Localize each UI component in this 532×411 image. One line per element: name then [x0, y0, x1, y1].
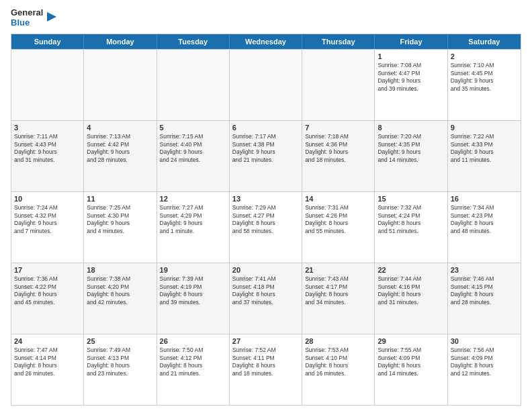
- calendar-week: 17Sunrise: 7:36 AM Sunset: 4:22 PM Dayli…: [11, 263, 521, 334]
- day-number: 14: [305, 194, 371, 203]
- day-info: Sunrise: 7:27 AM Sunset: 4:29 PM Dayligh…: [160, 204, 226, 235]
- day-info: Sunrise: 7:11 AM Sunset: 4:43 PM Dayligh…: [14, 133, 81, 164]
- calendar-week: 10Sunrise: 7:24 AM Sunset: 4:32 PM Dayli…: [11, 191, 521, 263]
- day-info: Sunrise: 7:24 AM Sunset: 4:32 PM Dayligh…: [14, 204, 81, 235]
- calendar-cell: 4Sunrise: 7:13 AM Sunset: 4:42 PM Daylig…: [84, 121, 157, 191]
- calendar-header: SundayMondayTuesdayWednesdayThursdayFrid…: [11, 34, 521, 49]
- day-number: 16: [451, 194, 518, 203]
- day-info: Sunrise: 7:36 AM Sunset: 4:22 PM Dayligh…: [14, 275, 81, 306]
- calendar-cell: 18Sunrise: 7:38 AM Sunset: 4:20 PM Dayli…: [84, 263, 157, 334]
- calendar-cell: 1Sunrise: 7:08 AM Sunset: 4:47 PM Daylig…: [375, 50, 447, 120]
- day-info: Sunrise: 7:10 AM Sunset: 4:45 PM Dayligh…: [451, 62, 518, 93]
- day-number: 17: [14, 265, 81, 275]
- page: General Blue SundayMondayTuesdayWednesda…: [0, 0, 532, 411]
- day-number: 30: [451, 336, 518, 346]
- calendar-cell: [11, 50, 84, 120]
- svg-marker-0: [47, 12, 56, 21]
- day-number: 1: [378, 52, 444, 61]
- calendar-cell: 22Sunrise: 7:44 AM Sunset: 4:16 PM Dayli…: [375, 263, 447, 334]
- day-number: 22: [378, 265, 444, 275]
- day-info: Sunrise: 7:39 AM Sunset: 4:19 PM Dayligh…: [160, 275, 226, 306]
- day-number: 29: [378, 336, 444, 346]
- logo: General Blue: [11, 8, 59, 28]
- calendar-cell: 19Sunrise: 7:39 AM Sunset: 4:19 PM Dayli…: [157, 263, 230, 334]
- calendar-week: 1Sunrise: 7:08 AM Sunset: 4:47 PM Daylig…: [11, 49, 521, 120]
- day-info: Sunrise: 7:25 AM Sunset: 4:30 PM Dayligh…: [87, 204, 153, 235]
- day-number: 2: [451, 52, 518, 61]
- calendar-cell: 6Sunrise: 7:17 AM Sunset: 4:38 PM Daylig…: [230, 121, 302, 191]
- calendar-cell: 17Sunrise: 7:36 AM Sunset: 4:22 PM Dayli…: [11, 263, 84, 334]
- calendar: SundayMondayTuesdayWednesdayThursdayFrid…: [11, 34, 521, 406]
- day-number: 8: [378, 123, 444, 132]
- day-number: 6: [232, 123, 299, 132]
- calendar-cell: 5Sunrise: 7:15 AM Sunset: 4:40 PM Daylig…: [157, 121, 230, 191]
- day-number: 21: [305, 265, 371, 275]
- day-number: 26: [160, 336, 226, 346]
- day-info: Sunrise: 7:08 AM Sunset: 4:47 PM Dayligh…: [378, 62, 444, 93]
- day-info: Sunrise: 7:41 AM Sunset: 4:18 PM Dayligh…: [232, 275, 299, 306]
- day-info: Sunrise: 7:46 AM Sunset: 4:15 PM Dayligh…: [451, 275, 518, 306]
- calendar-header-cell: Thursday: [302, 34, 375, 49]
- calendar-cell: [230, 50, 302, 120]
- calendar-body: 1Sunrise: 7:08 AM Sunset: 4:47 PM Daylig…: [11, 49, 521, 405]
- day-number: 11: [87, 194, 153, 203]
- day-number: 23: [451, 265, 518, 275]
- day-number: 27: [232, 336, 299, 346]
- day-number: 3: [14, 123, 81, 132]
- calendar-cell: [157, 50, 230, 120]
- day-info: Sunrise: 7:17 AM Sunset: 4:38 PM Dayligh…: [232, 133, 299, 164]
- day-info: Sunrise: 7:32 AM Sunset: 4:24 PM Dayligh…: [378, 204, 444, 235]
- header: General Blue: [11, 8, 521, 28]
- calendar-header-cell: Monday: [84, 34, 157, 49]
- calendar-cell: 20Sunrise: 7:41 AM Sunset: 4:18 PM Dayli…: [230, 263, 302, 334]
- calendar-cell: 29Sunrise: 7:55 AM Sunset: 4:09 PM Dayli…: [375, 334, 447, 405]
- calendar-header-cell: Sunday: [11, 34, 84, 49]
- calendar-cell: 13Sunrise: 7:29 AM Sunset: 4:27 PM Dayli…: [230, 192, 302, 263]
- calendar-cell: 15Sunrise: 7:32 AM Sunset: 4:24 PM Dayli…: [375, 192, 447, 263]
- day-info: Sunrise: 7:29 AM Sunset: 4:27 PM Dayligh…: [232, 204, 299, 235]
- day-number: 13: [232, 194, 299, 203]
- day-info: Sunrise: 7:50 AM Sunset: 4:12 PM Dayligh…: [160, 347, 226, 377]
- calendar-cell: 26Sunrise: 7:50 AM Sunset: 4:12 PM Dayli…: [157, 334, 230, 405]
- calendar-cell: [84, 50, 157, 120]
- calendar-week: 24Sunrise: 7:47 AM Sunset: 4:14 PM Dayli…: [11, 334, 521, 405]
- day-info: Sunrise: 7:47 AM Sunset: 4:14 PM Dayligh…: [14, 347, 81, 377]
- day-number: 15: [378, 194, 444, 203]
- calendar-cell: 3Sunrise: 7:11 AM Sunset: 4:43 PM Daylig…: [11, 121, 84, 191]
- day-number: 24: [14, 336, 81, 346]
- calendar-cell: 14Sunrise: 7:31 AM Sunset: 4:26 PM Dayli…: [302, 192, 375, 263]
- calendar-cell: 11Sunrise: 7:25 AM Sunset: 4:30 PM Dayli…: [84, 192, 157, 263]
- calendar-cell: 21Sunrise: 7:43 AM Sunset: 4:17 PM Dayli…: [302, 263, 375, 334]
- day-info: Sunrise: 7:22 AM Sunset: 4:33 PM Dayligh…: [451, 133, 518, 164]
- day-info: Sunrise: 7:49 AM Sunset: 4:13 PM Dayligh…: [87, 347, 153, 377]
- calendar-cell: 16Sunrise: 7:34 AM Sunset: 4:23 PM Dayli…: [448, 192, 521, 263]
- calendar-cell: 25Sunrise: 7:49 AM Sunset: 4:13 PM Dayli…: [84, 334, 157, 405]
- calendar-header-cell: Friday: [375, 34, 447, 49]
- calendar-cell: 23Sunrise: 7:46 AM Sunset: 4:15 PM Dayli…: [448, 263, 521, 334]
- day-info: Sunrise: 7:56 AM Sunset: 4:09 PM Dayligh…: [451, 347, 518, 377]
- day-info: Sunrise: 7:31 AM Sunset: 4:26 PM Dayligh…: [305, 204, 371, 235]
- calendar-week: 3Sunrise: 7:11 AM Sunset: 4:43 PM Daylig…: [11, 120, 521, 191]
- day-number: 9: [451, 123, 518, 132]
- calendar-header-cell: Saturday: [448, 34, 521, 49]
- day-info: Sunrise: 7:18 AM Sunset: 4:36 PM Dayligh…: [305, 133, 371, 164]
- day-info: Sunrise: 7:52 AM Sunset: 4:11 PM Dayligh…: [232, 347, 299, 377]
- calendar-cell: 12Sunrise: 7:27 AM Sunset: 4:29 PM Dayli…: [157, 192, 230, 263]
- logo-arrow-icon: [44, 9, 59, 24]
- day-number: 10: [14, 194, 81, 203]
- calendar-cell: 7Sunrise: 7:18 AM Sunset: 4:36 PM Daylig…: [302, 121, 375, 191]
- day-info: Sunrise: 7:20 AM Sunset: 4:35 PM Dayligh…: [378, 133, 444, 164]
- calendar-cell: 8Sunrise: 7:20 AM Sunset: 4:35 PM Daylig…: [375, 121, 447, 191]
- day-info: Sunrise: 7:43 AM Sunset: 4:17 PM Dayligh…: [305, 275, 371, 306]
- day-info: Sunrise: 7:13 AM Sunset: 4:42 PM Dayligh…: [87, 133, 153, 164]
- calendar-cell: 9Sunrise: 7:22 AM Sunset: 4:33 PM Daylig…: [448, 121, 521, 191]
- day-number: 19: [160, 265, 226, 275]
- day-info: Sunrise: 7:44 AM Sunset: 4:16 PM Dayligh…: [378, 275, 444, 306]
- day-info: Sunrise: 7:55 AM Sunset: 4:09 PM Dayligh…: [378, 347, 444, 377]
- day-info: Sunrise: 7:53 AM Sunset: 4:10 PM Dayligh…: [305, 347, 371, 377]
- day-number: 28: [305, 336, 371, 346]
- day-info: Sunrise: 7:38 AM Sunset: 4:20 PM Dayligh…: [87, 275, 153, 306]
- day-info: Sunrise: 7:34 AM Sunset: 4:23 PM Dayligh…: [451, 204, 518, 235]
- day-number: 12: [160, 194, 226, 203]
- day-info: Sunrise: 7:15 AM Sunset: 4:40 PM Dayligh…: [160, 133, 226, 164]
